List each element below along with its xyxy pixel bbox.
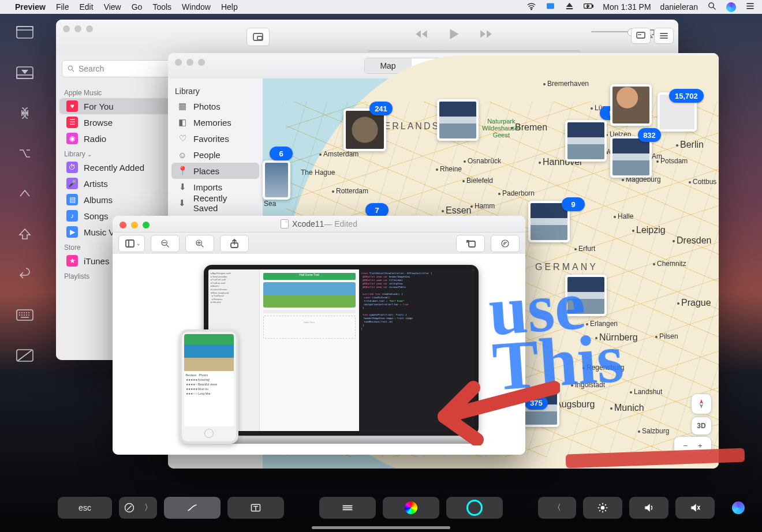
zoom-button[interactable] [86,25,93,32]
close-button[interactable] [63,25,70,32]
markup-button[interactable] [491,235,520,252]
map-thumb[interactable] [437,99,479,141]
sidebar-view-button[interactable]: ⌄ [118,235,145,252]
wifi-icon[interactable] [526,1,536,13]
dock-icon[interactable] [15,65,35,81]
progress-bar[interactable] [368,50,580,52]
sidebar-item-browse[interactable]: ☰Browse [59,114,174,130]
music-search-input[interactable]: Search [62,60,171,77]
menu-file[interactable]: File [56,2,69,12]
mute-button[interactable] [675,497,715,519]
sidebar-item-memories[interactable]: ◧Memories [171,114,259,130]
minimize-button[interactable] [74,25,81,32]
color-stroke-button[interactable] [446,497,503,519]
share-button[interactable] [220,235,249,252]
menu-help[interactable]: Help [221,2,238,12]
map-badge: 241 [369,102,393,115]
back-button[interactable]: 〈 [538,497,576,519]
zoom-button[interactable] [143,222,150,228]
menubar-clock[interactable]: Mon 1:31 PM [603,2,651,12]
queue-button[interactable] [654,28,674,44]
xcode-canvas: Half Dome TrailTable View [260,269,359,431]
zoom-out-button[interactable] [151,235,180,252]
minimize-button[interactable] [186,59,193,66]
menu-window[interactable]: Window [182,2,211,12]
city-regensburg: Regensburg [582,364,624,372]
eject-icon[interactable] [565,1,574,13]
rotate-button[interactable] [456,235,485,252]
sidebar-item-favorites[interactable]: ♡Favorites [171,130,259,147]
home-indicator[interactable] [312,526,450,529]
sidebar-item-albums[interactable]: ▤Albums [59,192,174,208]
map-thumb[interactable] [263,160,290,200]
zoom-in-button[interactable] [185,235,214,252]
markup-toggle-group[interactable]: 〉 [119,497,157,519]
brightness-button[interactable] [583,497,622,519]
app-name[interactable]: Preview [15,2,46,12]
esc-key[interactable]: esc [58,497,112,519]
control-icon[interactable] [15,186,35,202]
battery-icon[interactable] [584,1,593,13]
zoom-buttons: − + [674,436,712,455]
screen-mirroring-icon[interactable] [546,1,555,13]
menu-go[interactable]: Go [132,2,143,12]
keyboard-icon[interactable] [15,307,35,323]
touch-bar: esc 〉 〈 [58,495,755,520]
volume-button[interactable] [629,497,668,519]
undo-icon[interactable] [15,267,35,283]
menu-edit[interactable]: Edit [80,2,94,12]
map-thumb[interactable] [565,275,607,316]
stroke-style-button[interactable] [319,497,376,519]
close-button[interactable] [119,222,126,228]
window-icon[interactable] [15,24,35,40]
next-track-button[interactable] [479,27,494,43]
play-button[interactable] [446,27,461,43]
menubar-user[interactable]: danieleran [660,2,698,12]
color-ring-icon [466,500,483,516]
sidebar-item-artists[interactable]: 🎤Artists [59,175,174,192]
pen-tool-button[interactable] [164,497,221,519]
zoom-button[interactable] [198,59,205,66]
sidebar-item-recently-saved[interactable]: ⬇Recently Saved [171,195,259,211]
option-icon[interactable] [15,145,35,162]
sidecar-column [0,14,50,532]
siri-button[interactable] [722,497,755,519]
section-apple-music: Apple Music [56,85,177,98]
menu-tools[interactable]: Tools [152,2,171,12]
close-button[interactable] [175,59,182,66]
3d-button[interactable]: 3D [691,417,712,435]
preview-titlebar[interactable]: Xcode11 — Edited [113,216,525,233]
miniplayer-button[interactable] [246,28,270,46]
menu-view[interactable]: View [104,2,121,12]
sidebar-item-imports[interactable]: ⬇Imports [171,179,259,195]
map-thumb[interactable] [610,136,652,178]
disconnect-icon[interactable] [15,347,35,364]
sidebar-item-recently-added[interactable]: ⏱Recently Added [59,159,174,175]
sidebar-item-people[interactable]: ☺People [171,147,259,163]
zoom-in-button[interactable]: + [698,441,703,450]
lyrics-button[interactable] [631,28,651,44]
siri-icon[interactable] [726,2,736,12]
city-rotterdam: Rotterdam [332,187,368,195]
document-icon [281,219,289,228]
section-library[interactable]: Library ⌄ [56,147,177,159]
text-tool-button[interactable] [227,497,284,519]
sidebar-item-for-you[interactable]: ♥For You [59,98,174,114]
pin-icon: 📍 [177,166,188,176]
notification-center-icon[interactable] [745,1,755,13]
spotlight-icon[interactable] [707,1,717,13]
zoom-out-button[interactable]: − [683,441,688,450]
minimize-button[interactable] [131,222,138,228]
sidebar-item-radio[interactable]: ◉Radio [59,130,174,147]
command-icon[interactable] [15,105,35,121]
color-fill-button[interactable] [383,497,439,519]
sidebar-item-places[interactable]: 📍Places [171,163,259,179]
sidebar-item-photos[interactable]: ▦Photos [171,98,259,114]
shift-icon[interactable] [15,226,35,242]
note-icon: ♪ [66,210,78,222]
document-title: Xcode11 [292,219,324,228]
map-thumb[interactable] [610,84,652,126]
prev-track-button[interactable] [414,27,429,43]
map-thumb[interactable] [565,120,607,162]
compass-button[interactable] [691,394,712,414]
